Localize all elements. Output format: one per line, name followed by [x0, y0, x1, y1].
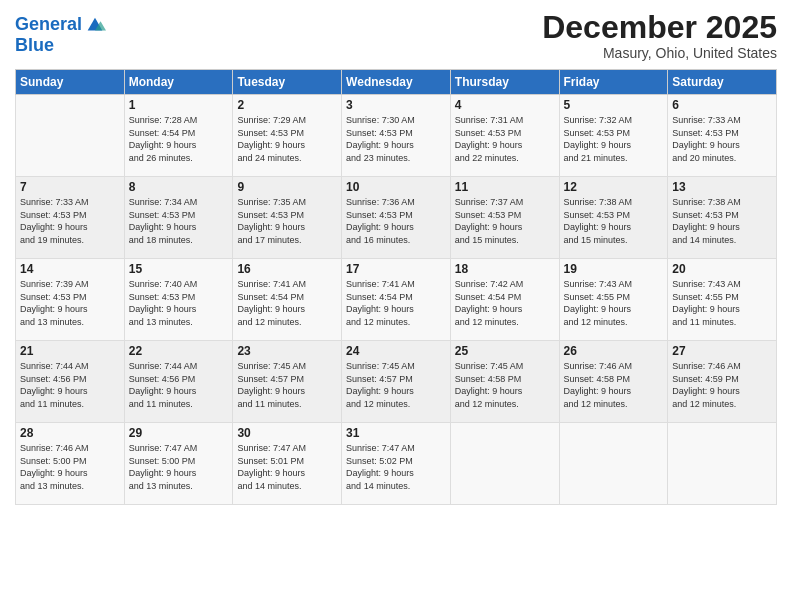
- calendar-cell: [559, 423, 668, 505]
- day-info: Sunrise: 7:45 AM Sunset: 4:58 PM Dayligh…: [455, 360, 555, 410]
- calendar-cell: 20Sunrise: 7:43 AM Sunset: 4:55 PM Dayli…: [668, 259, 777, 341]
- calendar-header: General Blue December 2025 Masury, Ohio,…: [15, 10, 777, 61]
- calendar-cell: 17Sunrise: 7:41 AM Sunset: 4:54 PM Dayli…: [342, 259, 451, 341]
- day-number: 25: [455, 344, 555, 358]
- calendar-cell: 25Sunrise: 7:45 AM Sunset: 4:58 PM Dayli…: [450, 341, 559, 423]
- day-info: Sunrise: 7:28 AM Sunset: 4:54 PM Dayligh…: [129, 114, 229, 164]
- day-number: 1: [129, 98, 229, 112]
- column-header-wednesday: Wednesday: [342, 70, 451, 95]
- logo-icon: [84, 14, 106, 36]
- day-number: 22: [129, 344, 229, 358]
- calendar-cell: 18Sunrise: 7:42 AM Sunset: 4:54 PM Dayli…: [450, 259, 559, 341]
- day-number: 31: [346, 426, 446, 440]
- day-number: 19: [564, 262, 664, 276]
- day-info: Sunrise: 7:34 AM Sunset: 4:53 PM Dayligh…: [129, 196, 229, 246]
- day-number: 7: [20, 180, 120, 194]
- calendar-cell: [16, 95, 125, 177]
- calendar-table: SundayMondayTuesdayWednesdayThursdayFrid…: [15, 69, 777, 505]
- column-header-friday: Friday: [559, 70, 668, 95]
- calendar-cell: 19Sunrise: 7:43 AM Sunset: 4:55 PM Dayli…: [559, 259, 668, 341]
- location: Masury, Ohio, United States: [542, 45, 777, 61]
- day-number: 15: [129, 262, 229, 276]
- day-info: Sunrise: 7:47 AM Sunset: 5:02 PM Dayligh…: [346, 442, 446, 492]
- day-number: 11: [455, 180, 555, 194]
- day-info: Sunrise: 7:38 AM Sunset: 4:53 PM Dayligh…: [564, 196, 664, 246]
- day-info: Sunrise: 7:30 AM Sunset: 4:53 PM Dayligh…: [346, 114, 446, 164]
- day-info: Sunrise: 7:32 AM Sunset: 4:53 PM Dayligh…: [564, 114, 664, 164]
- day-info: Sunrise: 7:35 AM Sunset: 4:53 PM Dayligh…: [237, 196, 337, 246]
- day-number: 9: [237, 180, 337, 194]
- column-header-tuesday: Tuesday: [233, 70, 342, 95]
- day-number: 3: [346, 98, 446, 112]
- calendar-cell: 24Sunrise: 7:45 AM Sunset: 4:57 PM Dayli…: [342, 341, 451, 423]
- calendar-cell: 14Sunrise: 7:39 AM Sunset: 4:53 PM Dayli…: [16, 259, 125, 341]
- calendar-header-row: SundayMondayTuesdayWednesdayThursdayFrid…: [16, 70, 777, 95]
- day-number: 10: [346, 180, 446, 194]
- calendar-cell: 21Sunrise: 7:44 AM Sunset: 4:56 PM Dayli…: [16, 341, 125, 423]
- calendar-cell: 5Sunrise: 7:32 AM Sunset: 4:53 PM Daylig…: [559, 95, 668, 177]
- column-header-thursday: Thursday: [450, 70, 559, 95]
- day-info: Sunrise: 7:39 AM Sunset: 4:53 PM Dayligh…: [20, 278, 120, 328]
- day-info: Sunrise: 7:41 AM Sunset: 4:54 PM Dayligh…: [237, 278, 337, 328]
- column-header-monday: Monday: [124, 70, 233, 95]
- day-number: 28: [20, 426, 120, 440]
- day-number: 13: [672, 180, 772, 194]
- day-info: Sunrise: 7:44 AM Sunset: 4:56 PM Dayligh…: [129, 360, 229, 410]
- column-header-sunday: Sunday: [16, 70, 125, 95]
- logo: General Blue: [15, 14, 106, 56]
- day-number: 20: [672, 262, 772, 276]
- calendar-week-4: 21Sunrise: 7:44 AM Sunset: 4:56 PM Dayli…: [16, 341, 777, 423]
- calendar-cell: 11Sunrise: 7:37 AM Sunset: 4:53 PM Dayli…: [450, 177, 559, 259]
- calendar-cell: [450, 423, 559, 505]
- calendar-cell: 15Sunrise: 7:40 AM Sunset: 4:53 PM Dayli…: [124, 259, 233, 341]
- day-info: Sunrise: 7:29 AM Sunset: 4:53 PM Dayligh…: [237, 114, 337, 164]
- day-number: 27: [672, 344, 772, 358]
- day-number: 23: [237, 344, 337, 358]
- day-info: Sunrise: 7:45 AM Sunset: 4:57 PM Dayligh…: [237, 360, 337, 410]
- day-number: 6: [672, 98, 772, 112]
- calendar-cell: 13Sunrise: 7:38 AM Sunset: 4:53 PM Dayli…: [668, 177, 777, 259]
- calendar-cell: 10Sunrise: 7:36 AM Sunset: 4:53 PM Dayli…: [342, 177, 451, 259]
- day-info: Sunrise: 7:45 AM Sunset: 4:57 PM Dayligh…: [346, 360, 446, 410]
- calendar-cell: 2Sunrise: 7:29 AM Sunset: 4:53 PM Daylig…: [233, 95, 342, 177]
- day-number: 18: [455, 262, 555, 276]
- calendar-week-5: 28Sunrise: 7:46 AM Sunset: 5:00 PM Dayli…: [16, 423, 777, 505]
- day-info: Sunrise: 7:46 AM Sunset: 4:59 PM Dayligh…: [672, 360, 772, 410]
- day-info: Sunrise: 7:36 AM Sunset: 4:53 PM Dayligh…: [346, 196, 446, 246]
- day-number: 14: [20, 262, 120, 276]
- day-info: Sunrise: 7:41 AM Sunset: 4:54 PM Dayligh…: [346, 278, 446, 328]
- day-number: 8: [129, 180, 229, 194]
- day-info: Sunrise: 7:42 AM Sunset: 4:54 PM Dayligh…: [455, 278, 555, 328]
- column-header-saturday: Saturday: [668, 70, 777, 95]
- day-info: Sunrise: 7:46 AM Sunset: 4:58 PM Dayligh…: [564, 360, 664, 410]
- calendar-cell: 7Sunrise: 7:33 AM Sunset: 4:53 PM Daylig…: [16, 177, 125, 259]
- day-info: Sunrise: 7:37 AM Sunset: 4:53 PM Dayligh…: [455, 196, 555, 246]
- calendar-cell: 28Sunrise: 7:46 AM Sunset: 5:00 PM Dayli…: [16, 423, 125, 505]
- calendar-cell: 22Sunrise: 7:44 AM Sunset: 4:56 PM Dayli…: [124, 341, 233, 423]
- logo-text: General: [15, 15, 82, 35]
- day-number: 21: [20, 344, 120, 358]
- calendar-cell: [668, 423, 777, 505]
- day-info: Sunrise: 7:43 AM Sunset: 4:55 PM Dayligh…: [672, 278, 772, 328]
- day-number: 30: [237, 426, 337, 440]
- calendar-cell: 1Sunrise: 7:28 AM Sunset: 4:54 PM Daylig…: [124, 95, 233, 177]
- day-number: 4: [455, 98, 555, 112]
- day-number: 16: [237, 262, 337, 276]
- calendar-cell: 4Sunrise: 7:31 AM Sunset: 4:53 PM Daylig…: [450, 95, 559, 177]
- day-number: 12: [564, 180, 664, 194]
- month-year: December 2025: [542, 10, 777, 45]
- day-number: 26: [564, 344, 664, 358]
- day-info: Sunrise: 7:46 AM Sunset: 5:00 PM Dayligh…: [20, 442, 120, 492]
- calendar-cell: 9Sunrise: 7:35 AM Sunset: 4:53 PM Daylig…: [233, 177, 342, 259]
- day-info: Sunrise: 7:47 AM Sunset: 5:00 PM Dayligh…: [129, 442, 229, 492]
- calendar-cell: 31Sunrise: 7:47 AM Sunset: 5:02 PM Dayli…: [342, 423, 451, 505]
- logo-blue-text: Blue: [15, 36, 106, 56]
- calendar-cell: 30Sunrise: 7:47 AM Sunset: 5:01 PM Dayli…: [233, 423, 342, 505]
- calendar-cell: 6Sunrise: 7:33 AM Sunset: 4:53 PM Daylig…: [668, 95, 777, 177]
- day-info: Sunrise: 7:40 AM Sunset: 4:53 PM Dayligh…: [129, 278, 229, 328]
- calendar-cell: 3Sunrise: 7:30 AM Sunset: 4:53 PM Daylig…: [342, 95, 451, 177]
- title-block: December 2025 Masury, Ohio, United State…: [542, 10, 777, 61]
- day-info: Sunrise: 7:43 AM Sunset: 4:55 PM Dayligh…: [564, 278, 664, 328]
- day-info: Sunrise: 7:33 AM Sunset: 4:53 PM Dayligh…: [20, 196, 120, 246]
- calendar-cell: 26Sunrise: 7:46 AM Sunset: 4:58 PM Dayli…: [559, 341, 668, 423]
